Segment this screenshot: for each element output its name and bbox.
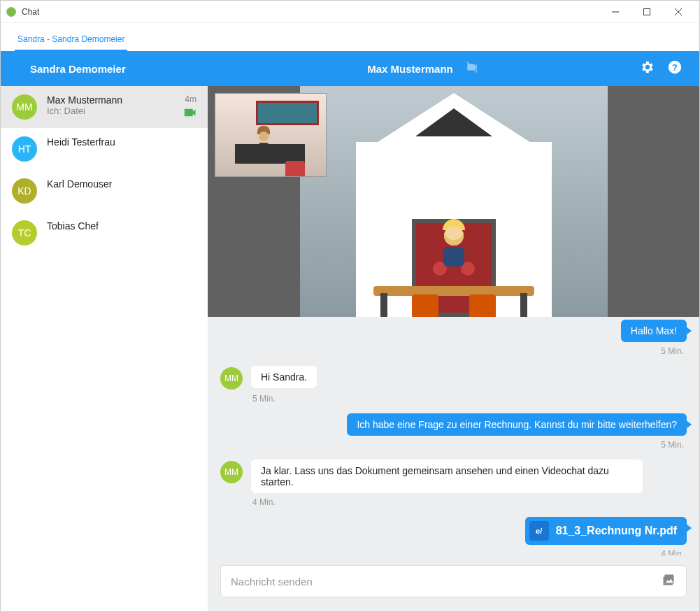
avatar: MM [220, 461, 243, 483]
message-time: 4 Min. [220, 549, 684, 555]
header-actions: ? [639, 59, 699, 78]
help-icon[interactable]: ? [667, 59, 683, 78]
message-incoming: MM Hi Sandra. [220, 366, 687, 390]
close-button[interactable] [662, 2, 694, 22]
contact-item[interactable]: HT Heidi Testerfrau [1, 128, 208, 170]
contact-item[interactable]: MM Max Mustermann Ich: Datei 4m [1, 86, 208, 128]
window-controls [599, 2, 694, 22]
app-icon [6, 7, 16, 17]
contact-name: Karl Demouser [47, 178, 197, 190]
contact-item[interactable]: KD Karl Demouser [1, 170, 208, 212]
window-title: Chat [22, 7, 599, 17]
video-active-icon [184, 107, 197, 120]
remote-video[interactable] [300, 86, 608, 317]
contact-item[interactable]: TC Tobias Chef [1, 212, 208, 254]
message-bubble: Ich habe eine Frage zu einer Rechnung. K… [347, 413, 687, 436]
message-list[interactable]: Hallo Max! 5 Min. MM Hi Sandra. 5 Min. I… [208, 317, 699, 555]
message-time: 4 Min. [252, 497, 687, 507]
message-input[interactable] [231, 576, 661, 588]
contact-list: MM Max Mustermann Ich: Datei 4m HT Heidi… [1, 86, 208, 611]
gear-icon[interactable] [639, 59, 655, 78]
self-video-preview[interactable] [215, 93, 327, 177]
image-attach-icon[interactable] [661, 573, 676, 590]
tab-active[interactable]: Sandra - Sandra Demomeier [15, 29, 127, 51]
message-time: 5 Min. [220, 346, 684, 356]
video-area [208, 86, 699, 317]
avatar: MM [12, 94, 37, 120]
composer [208, 555, 699, 611]
body: MM Max Mustermann Ich: Datei 4m HT Heidi… [1, 86, 699, 611]
titlebar: Chat [1, 1, 699, 23]
message-incoming: MM Ja klar. Lass uns das Dokument gemein… [220, 460, 687, 493]
chat-header: Sandra Demomeier Max Mustermann ? [1, 51, 699, 86]
tab-bar: Sandra - Sandra Demomeier [1, 23, 699, 51]
svg-rect-0 [643, 8, 650, 15]
camera-off-icon[interactable] [464, 61, 480, 76]
contact-name: Tobias Chef [47, 220, 197, 232]
message-time: 5 Min. [252, 394, 687, 404]
avatar: MM [220, 367, 243, 390]
message-outgoing-file: e/ 81_3_Rechnung Nr.pdf [220, 517, 687, 545]
avatar: TC [12, 220, 37, 245]
message-bubble: Hi Sandra. [251, 366, 317, 388]
avatar: HT [12, 136, 37, 162]
peer-area: Max Mustermann [208, 61, 639, 76]
message-bubble: Ja klar. Lass uns das Dokument gemeinsam… [251, 460, 643, 493]
svg-text:?: ? [672, 62, 678, 73]
maximize-button[interactable] [631, 2, 662, 22]
message-bubble: Hallo Max! [621, 320, 687, 342]
file-attachment[interactable]: e/ 81_3_Rechnung Nr.pdf [525, 517, 687, 545]
message-outgoing: Ich habe eine Frage zu einer Rechnung. K… [220, 413, 687, 436]
contact-name: Heidi Testerfrau [47, 136, 197, 148]
contact-name: Max Mustermann [47, 94, 174, 106]
file-icon: e/ [529, 521, 549, 541]
avatar: KD [12, 178, 37, 204]
peer-name: Max Mustermann [367, 63, 453, 75]
message-time: 5 Min. [220, 440, 684, 450]
contact-time: 4m [185, 94, 197, 104]
own-name: Sandra Demomeier [1, 63, 208, 75]
message-outgoing: Hallo Max! [220, 320, 687, 342]
contact-subtitle: Ich: Datei [47, 106, 174, 116]
file-name: 81_3_Rechnung Nr.pdf [556, 525, 677, 537]
chat-panel: Hallo Max! 5 Min. MM Hi Sandra. 5 Min. I… [208, 86, 699, 611]
minimize-button[interactable] [599, 2, 631, 22]
composer-box [220, 565, 687, 597]
